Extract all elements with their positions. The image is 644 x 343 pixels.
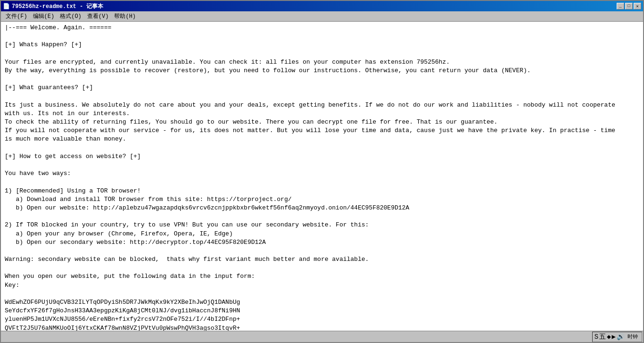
system-time: 时钟: [626, 333, 640, 340]
window-icon: 📄: [3, 3, 10, 10]
title-bar-left: 📄 795256hz-readme.txt - 记事本: [3, 2, 103, 10]
menu-help[interactable]: 帮助(H): [111, 11, 139, 21]
menu-file[interactable]: 文件(F): [3, 11, 30, 21]
window-title: 795256hz-readme.txt - 记事本: [12, 2, 103, 10]
menu-edit[interactable]: 编辑(E): [30, 11, 58, 21]
title-bar-buttons: _ □ ✕: [617, 3, 641, 9]
menu-bar: 文件(F) 编辑(E) 格式(O) 查看(V) 帮助(H): [1, 11, 643, 22]
title-bar: 📄 795256hz-readme.txt - 记事本 _ □ ✕: [1, 1, 643, 11]
main-window: 📄 795256hz-readme.txt - 记事本 _ □ ✕ 文件(F) …: [0, 0, 644, 343]
status-bar: S 五 ◆ ▶ 🔊 时钟: [1, 331, 643, 342]
tray-icon-wu: 五: [599, 333, 606, 341]
tray-icon-s: S: [594, 333, 598, 341]
menu-view[interactable]: 查看(V): [84, 11, 112, 21]
system-tray: S 五 ◆ ▶ 🔊 时钟: [592, 332, 642, 342]
minimize-button[interactable]: _: [617, 3, 624, 9]
close-button[interactable]: ✕: [634, 3, 641, 9]
tray-icon-volume: 🔊: [617, 333, 625, 341]
maximize-button[interactable]: □: [625, 3, 633, 9]
menu-format[interactable]: 格式(O): [57, 11, 84, 21]
tray-icon-diamond: ◆: [607, 333, 611, 341]
text-content[interactable]: |--=== Welcome. Again. ====== [+] Whats …: [1, 22, 643, 331]
tray-icon-play: ▶: [612, 333, 616, 341]
